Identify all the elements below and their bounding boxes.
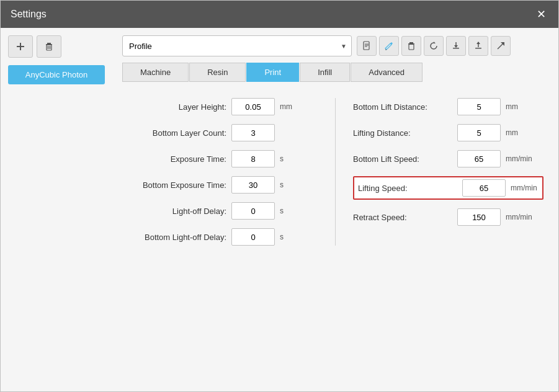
delete-profile-button[interactable] [401,36,421,56]
bottom-layer-count-label: Bottom Layer Count: [127,128,226,138]
layer-height-label: Layer Height: [127,102,226,112]
svg-marker-19 [454,45,458,48]
title-bar: Settings ✕ [1,1,558,28]
sidebar-item-label: AnyCubic Photon [25,70,87,79]
lifting-distance-unit: mm [506,128,530,137]
refresh-icon [429,41,439,51]
sidebar-toolbar [8,35,105,58]
profile-toolbar [357,36,511,56]
lightoff-delay-label: Light-off Delay: [127,207,226,216]
lifting-distance-label: Lifting Distance: [353,128,452,138]
profile-select-wrapper: Profile ▼ [122,35,352,56]
form-area: Layer Height: mm Bottom Layer Count: Exp… [122,88,548,256]
tab-machine[interactable]: Machine [122,63,189,82]
exposure-time-unit: s [280,154,305,163]
import-profile-button[interactable] [446,36,466,56]
bottom-exposure-time-row: Bottom Exposure Time: s [127,176,318,194]
sidebar-item-anycubic[interactable]: AnyCubic Photon [8,65,105,84]
share-icon [496,41,506,51]
svg-rect-13 [409,42,413,43]
add-printer-button[interactable] [8,35,33,58]
trash2-icon [406,41,416,51]
svg-rect-15 [409,45,414,50]
bottom-lift-distance-input[interactable] [457,98,501,115]
bottom-lift-speed-label: Bottom Lift Speed: [353,154,452,164]
tab-advanced[interactable]: Advanced [351,63,423,82]
bottom-exposure-time-input[interactable] [231,176,275,194]
lightoff-delay-row: Light-off Delay: s [127,202,318,220]
layer-height-row: Layer Height: mm [127,98,318,115]
tab-print[interactable]: Print [246,63,299,82]
svg-rect-2 [47,43,51,44]
trash-icon [44,42,54,51]
profile-bar: Profile ▼ [122,35,548,56]
svg-marker-16 [434,42,436,43]
exposure-time-input[interactable] [231,150,275,167]
bottom-lift-speed-input[interactable] [457,150,501,167]
window-title: Settings [11,9,47,20]
lifting-speed-label: Lifting Speed: [358,184,457,193]
bottom-lightoff-delay-unit: s [280,233,305,241]
left-column: Layer Height: mm Bottom Layer Count: Exp… [127,98,318,246]
column-divider [335,98,336,246]
lifting-speed-unit: mm/min [511,184,537,192]
lifting-speed-input[interactable] [462,179,506,197]
export-profile-button[interactable] [468,36,488,56]
svg-rect-20 [475,48,481,49]
lifting-speed-row: Lifting Speed: mm/min [353,176,543,200]
bottom-lightoff-delay-input[interactable] [231,228,275,246]
close-button[interactable]: ✕ [534,7,548,22]
new-profile-button[interactable] [357,36,377,56]
svg-rect-1 [17,46,24,47]
bottom-lightoff-delay-row: Bottom Light-off Delay: s [127,228,318,246]
bottom-lift-distance-row: Bottom Lift Distance: mm [353,98,543,115]
layer-height-unit: mm [280,102,305,111]
retract-speed-input[interactable] [457,208,501,226]
layer-height-input[interactable] [231,98,275,115]
lifting-distance-input[interactable] [457,124,501,141]
lifting-distance-row: Lifting Distance: mm [353,124,543,141]
bottom-layer-count-input[interactable] [231,124,275,141]
share-profile-button[interactable] [491,36,511,56]
bottom-exposure-time-unit: s [280,180,305,189]
svg-marker-22 [476,42,480,44]
import-icon [451,41,461,51]
tab-infill[interactable]: Infill [300,63,350,82]
lightoff-delay-unit: s [280,207,305,215]
bottom-lift-distance-label: Bottom Lift Distance: [353,102,452,112]
edit-profile-button[interactable] [379,36,399,56]
tabs: Machine Resin Print Infill Advanced [122,63,548,82]
refresh-profile-button[interactable] [424,36,444,56]
sidebar: AnyCubic Photon [1,28,112,391]
profile-select[interactable]: Profile [122,35,352,56]
add-icon [16,42,25,51]
pencil-icon [384,41,394,51]
retract-speed-unit: mm/min [506,213,532,221]
tab-resin[interactable]: Resin [189,63,246,82]
settings-window: Settings ✕ [0,0,559,392]
export-icon [473,41,483,51]
bottom-exposure-time-label: Bottom Exposure Time: [127,180,226,190]
bottom-lift-speed-unit: mm/min [506,154,532,163]
main-panel: Profile ▼ [112,28,558,391]
lightoff-delay-input[interactable] [231,202,275,220]
new-doc-icon [362,41,372,51]
exposure-time-row: Exposure Time: s [127,150,318,167]
bottom-layer-count-row: Bottom Layer Count: [127,124,318,141]
retract-speed-row: Retract Speed: mm/min [353,208,543,226]
retract-speed-label: Retract Speed: [353,213,452,222]
svg-rect-17 [453,48,459,49]
exposure-time-label: Exposure Time: [127,154,226,164]
bottom-lightoff-delay-label: Bottom Light-off Delay: [127,233,226,242]
delete-printer-button[interactable] [37,35,61,58]
bottom-lift-speed-row: Bottom Lift Speed: mm/min [353,150,543,167]
right-column: Bottom Lift Distance: mm Lifting Distanc… [353,98,543,246]
content-area: AnyCubic Photon Profile ▼ [1,28,558,391]
bottom-lift-distance-unit: mm [506,102,530,111]
